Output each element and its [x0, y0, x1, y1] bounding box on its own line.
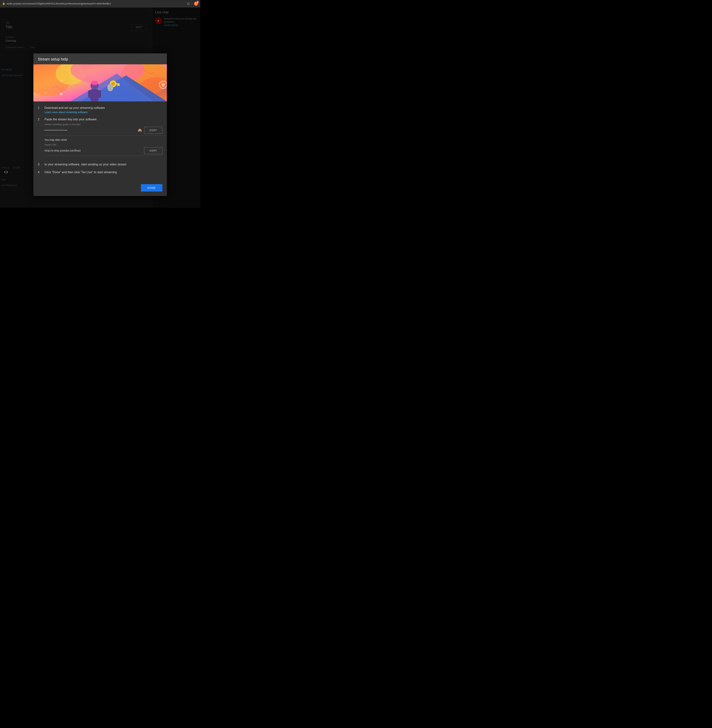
step-4-title: Click "Done" and then click "Go Live" to… [44, 170, 162, 174]
svg-rect-10 [88, 90, 92, 98]
stream-url-row: COPY [44, 147, 162, 156]
step-4-content: Click "Done" and then click "Go Live" to… [44, 170, 162, 174]
step-3-number: 3 [38, 163, 42, 166]
also-need-text: You may also need: [44, 138, 162, 141]
step-3-title: In your streaming software, start sendin… [44, 162, 162, 166]
svg-text:✦: ✦ [44, 92, 47, 95]
svg-point-18 [107, 84, 113, 91]
step-3: 3 In your streaming software, start send… [38, 162, 162, 166]
modal-footer: DONE [33, 182, 167, 196]
stream-key-label: Stream name/key (paste in encoder) [44, 123, 162, 126]
step-2: 2 Paste the stream key into your softwar… [38, 117, 162, 159]
copy-stream-url-button[interactable]: COPY [144, 147, 162, 154]
stream-setup-modal: Stream setup help [33, 53, 167, 196]
shield-badge: 4 [196, 1, 199, 3]
step-1: 1 Download and set up your streaming sof… [38, 106, 162, 114]
svg-rect-11 [97, 90, 101, 98]
step-4: 4 Click "Done" and then click "Go Live" … [38, 170, 162, 174]
step-2-title: Paste the stream key into your software [44, 117, 162, 122]
step-1-number: 1 [38, 106, 42, 110]
brave-shield-icon[interactable]: 🛡 4 [194, 1, 198, 6]
svg-point-12 [91, 81, 98, 85]
stream-key-row: 🙈 COPY [44, 127, 162, 135]
streaming-software-link[interactable]: Learn more about streaming software [44, 111, 162, 114]
url-bar[interactable]: studio.youtube.com/channel/UCRg9ZwcW9YhC… [7, 2, 185, 5]
hero-illustration: ✦ ✦ [33, 64, 167, 101]
hero-svg: ✦ ✦ [33, 64, 167, 101]
svg-rect-15 [115, 83, 120, 85]
modal-header: Stream setup help [33, 53, 167, 64]
step-1-content: Download and set up your streaming softw… [44, 106, 162, 114]
copy-stream-key-button[interactable]: COPY [144, 127, 162, 134]
step-4-number: 4 [38, 171, 42, 174]
browser-bar: 🔒 studio.youtube.com/channel/UCRg9ZwcW9Y… [0, 0, 200, 7]
step-1-title: Download and set up your streaming softw… [44, 106, 162, 110]
stream-key-input[interactable] [44, 129, 135, 132]
toggle-key-visibility-icon[interactable]: 🙈 [138, 128, 142, 132]
step-3-content: In your streaming software, start sendin… [44, 162, 162, 166]
stream-url-label: Stream URL [44, 144, 162, 146]
done-button[interactable]: DONE [141, 184, 162, 191]
step-2-number: 2 [38, 118, 42, 121]
modal-title: Stream setup help [38, 57, 162, 61]
stream-key-group: Stream name/key (paste in encoder) 🙈 COP… [44, 123, 162, 135]
background-page: ➤ ⚙ Live chat ▶ Welcome to live your pri… [0, 7, 200, 208]
modal-body: 1 Download and set up your streaming sof… [33, 101, 167, 182]
lock-icon: 🔒 [2, 2, 5, 5]
stream-key-section: Stream name/key (paste in encoder) 🙈 COP… [44, 123, 162, 156]
cast-icon[interactable]: ⊡ [187, 2, 190, 5]
stream-url-group: Stream URL COPY [44, 144, 162, 156]
svg-rect-17 [117, 85, 119, 86]
stream-url-input[interactable] [44, 149, 142, 152]
browser-toolbar: ⊡ | 🛡 4 [187, 1, 198, 6]
step-2-content: Paste the stream key into your software … [44, 117, 162, 159]
svg-text:✦: ✦ [60, 79, 63, 83]
svg-point-24 [163, 84, 164, 85]
